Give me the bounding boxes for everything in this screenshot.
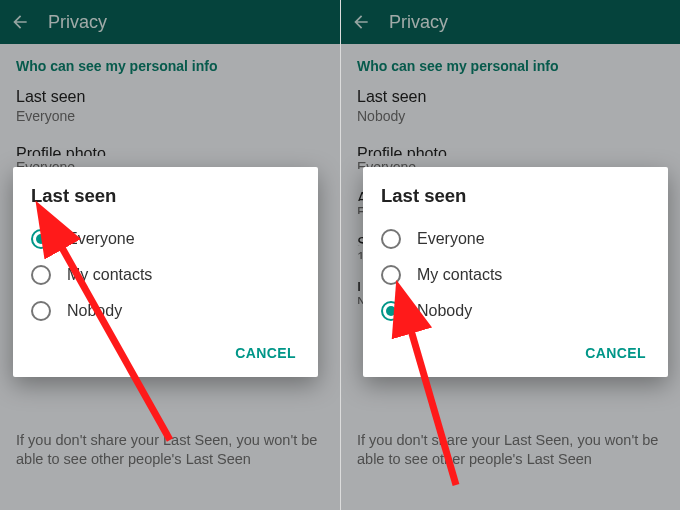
option-label: My contacts xyxy=(67,266,152,284)
setting-label: Last seen xyxy=(357,88,664,106)
pane-left: Privacy Who can see my personal info Las… xyxy=(0,0,340,510)
option-label: Everyone xyxy=(67,230,135,248)
setting-profile-photo[interactable]: Profile photo Everyone xyxy=(16,144,324,169)
back-icon[interactable] xyxy=(351,12,371,32)
option-everyone[interactable]: Everyone xyxy=(381,221,658,257)
footer-note: If you don't share your Last Seen, you w… xyxy=(0,421,340,510)
setting-label: Profile photo xyxy=(357,144,664,156)
cancel-button[interactable]: CANCEL xyxy=(573,337,658,369)
setting-label: Profile photo xyxy=(16,144,324,156)
setting-label: Last seen xyxy=(16,88,324,106)
appbar: Privacy xyxy=(0,0,340,44)
appbar: Privacy xyxy=(341,0,680,44)
setting-value: Nobody xyxy=(357,108,664,124)
radio-icon xyxy=(31,301,51,321)
option-label: My contacts xyxy=(417,266,502,284)
dialog-title: Last seen xyxy=(31,185,308,207)
option-nobody[interactable]: Nobody xyxy=(381,293,658,329)
dialog-actions: CANCEL xyxy=(31,337,308,369)
setting-value: Everyone xyxy=(16,108,324,124)
setting-last-seen[interactable]: Last seen Everyone xyxy=(16,88,324,124)
option-label: Nobody xyxy=(417,302,472,320)
dialog-last-seen: Last seen Everyone My contacts Nobody CA… xyxy=(13,167,318,377)
option-label: Nobody xyxy=(67,302,122,320)
section-title: Who can see my personal info xyxy=(357,58,664,74)
setting-profile-photo[interactable]: Profile photo Everyone xyxy=(357,144,664,169)
section-title: Who can see my personal info xyxy=(16,58,324,74)
option-nobody[interactable]: Nobody xyxy=(31,293,308,329)
radio-icon xyxy=(31,265,51,285)
appbar-title: Privacy xyxy=(48,12,107,33)
option-everyone[interactable]: Everyone xyxy=(31,221,308,257)
cancel-button[interactable]: CANCEL xyxy=(223,337,308,369)
pane-right: Privacy Who can see my personal info Las… xyxy=(340,0,680,510)
dialog-actions: CANCEL xyxy=(381,337,658,369)
appbar-title: Privacy xyxy=(389,12,448,33)
setting-last-seen[interactable]: Last seen Nobody xyxy=(357,88,664,124)
radio-icon xyxy=(381,265,401,285)
dialog-last-seen: Last seen Everyone My contacts Nobody CA… xyxy=(363,167,668,377)
back-icon[interactable] xyxy=(10,12,30,32)
option-my-contacts[interactable]: My contacts xyxy=(31,257,308,293)
footer-note: If you don't share your Last Seen, you w… xyxy=(341,421,680,510)
option-my-contacts[interactable]: My contacts xyxy=(381,257,658,293)
dialog-title: Last seen xyxy=(381,185,658,207)
radio-icon xyxy=(381,301,401,321)
radio-icon xyxy=(381,229,401,249)
option-label: Everyone xyxy=(417,230,485,248)
radio-icon xyxy=(31,229,51,249)
